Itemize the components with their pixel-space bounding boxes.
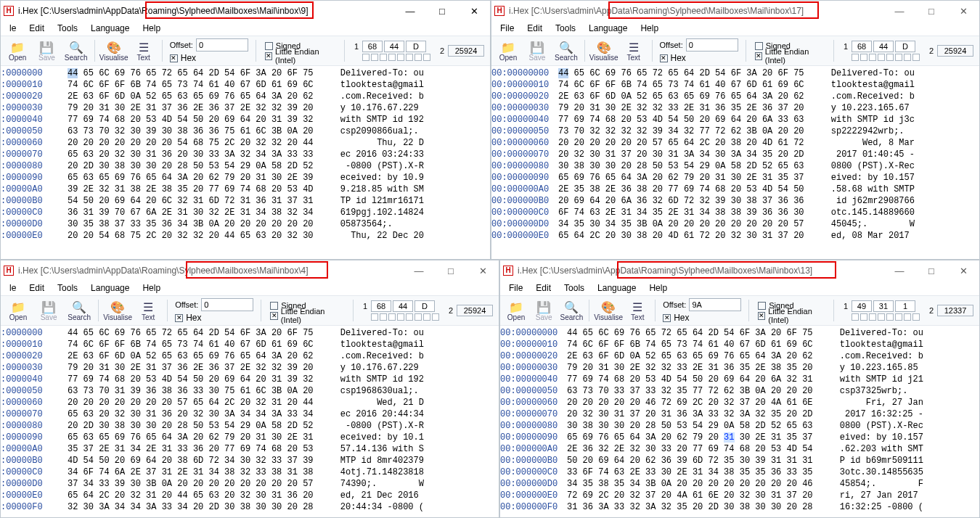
maximize-button[interactable]: □ [426, 1, 458, 21]
search-button[interactable]: 🔍Search [65, 297, 94, 324]
hex-view[interactable]: :0000000 44 65 6C 69 76 65 72 65 64 2D 5… [1, 326, 499, 517]
menu-file[interactable]: File [494, 22, 520, 35]
search-button[interactable]: 🔍Search [552, 37, 580, 65]
visualise-icon: 🎨 [597, 41, 611, 54]
le-checkbox[interactable]: ✕ [755, 52, 762, 60]
offset-input[interactable] [689, 298, 741, 311]
maximize-button[interactable]: □ [915, 260, 947, 281]
open-button[interactable]: 📁Open [4, 297, 33, 324]
hex-checkbox[interactable]: ✕ [175, 314, 183, 322]
hex-checkbox[interactable]: ✕ [170, 54, 178, 62]
signed-checkbox[interactable] [758, 302, 766, 310]
offset-input[interactable] [686, 38, 738, 52]
menu-edit[interactable]: Edit [530, 281, 557, 295]
ascii-col: eived: by 10.157 [840, 432, 923, 443]
close-button[interactable]: ✕ [467, 260, 499, 281]
titlebar[interactable]: Hi.Hex [C:\Users\admin\AppData\Roaming\S… [491, 1, 979, 21]
menu-file[interactable]: le [4, 22, 22, 35]
open-button[interactable]: 📁Open [494, 37, 522, 65]
search-button[interactable]: 🔍Search [62, 37, 90, 65]
ascii-col: 45854;. F [840, 478, 923, 490]
save-icon: 💾 [530, 41, 544, 54]
titlebar[interactable]: Hi.Hex [C:\Users\admin\AppData\Roaming\S… [1, 260, 499, 281]
hex-view[interactable]: :0000000 44 65 6C 69 76 65 72 65 64 2D 5… [1, 66, 490, 259]
menu-tools[interactable]: Tools [52, 22, 83, 35]
signed-checkbox[interactable] [265, 42, 273, 50]
signed-checkbox[interactable] [270, 302, 278, 310]
byte-val-4: 25924 [448, 45, 484, 57]
close-button[interactable]: ✕ [947, 1, 979, 21]
offset-input[interactable] [201, 298, 253, 311]
text-button[interactable]: ☰Text [624, 297, 650, 324]
menu-language[interactable]: Language [583, 22, 633, 35]
menu-edit[interactable]: Edit [23, 22, 50, 35]
hex-row: :00000D0 30 35 38 37 33 35 36 34 3B 0A 2… [1, 218, 486, 230]
menu-edit[interactable]: Edit [23, 281, 50, 295]
menu-tools[interactable]: Tools [558, 281, 590, 295]
le-checkbox[interactable]: ✕ [270, 312, 278, 320]
byte-val-1: 68 [852, 41, 872, 52]
save-button: 💾Save [531, 297, 557, 324]
byte-label-2: 2 [927, 46, 936, 55]
byte-val-2: 44 [873, 41, 894, 52]
menu-help[interactable]: Help [136, 281, 166, 295]
visualise-button[interactable]: 🎨Visualise [103, 297, 132, 324]
titlebar[interactable]: Hi.Hex [C:\Users\admin\AppData\Roaming\S… [1, 1, 490, 21]
byte-label-1: 1 [841, 42, 850, 51]
search-button[interactable]: 🔍Search [558, 297, 584, 324]
menu-help[interactable]: Help [136, 22, 166, 35]
address-col: :0000010 [1, 339, 68, 350]
hex-checkbox[interactable]: ✕ [660, 54, 668, 62]
menu-language[interactable]: Language [592, 281, 642, 295]
signed-checkbox[interactable] [755, 42, 763, 50]
maximize-button[interactable]: □ [915, 1, 947, 21]
search-label: Search [560, 313, 584, 321]
address-col: :0000090 [1, 432, 68, 443]
close-button[interactable]: ✕ [458, 1, 490, 21]
text-button[interactable]: ☰Text [130, 37, 158, 65]
app-icon: H [503, 266, 513, 276]
menu-edit[interactable]: Edit [521, 22, 548, 35]
hex-row: :0000090 65 63 65 69 76 65 64 3A 20 62 7… [1, 172, 486, 184]
bit-cell [852, 313, 859, 321]
menu-help[interactable]: Help [634, 22, 664, 35]
visualise-button[interactable]: 🎨Visualise [594, 297, 623, 324]
save-button: 💾Save [34, 297, 63, 324]
open-button[interactable]: 📁Open [4, 37, 31, 65]
text-button[interactable]: ☰Text [620, 37, 648, 65]
hex-label: Hex [671, 53, 686, 63]
menu-tools[interactable]: Tools [550, 22, 581, 35]
menu-language[interactable]: Language [85, 22, 135, 35]
le-checkbox[interactable]: ✕ [758, 312, 765, 320]
hex-col: 44 65 6C 69 76 65 72 65 64 2D 54 6F 3A 2… [567, 327, 818, 339]
close-button[interactable]: ✕ [947, 260, 979, 281]
hex-view[interactable]: 00:00000000 44 65 6C 69 76 65 72 65 64 2… [491, 66, 979, 259]
titlebar[interactable]: Hi.Hex [C:\Users\admin\AppData\Roaming\S… [500, 260, 979, 281]
visualise-button[interactable]: 🎨Visualise [99, 37, 128, 65]
text-button[interactable]: ☰Text [134, 297, 163, 324]
address-col: :00000B0 [1, 195, 68, 207]
hex-checkbox[interactable]: ✕ [663, 314, 671, 322]
minimize-button[interactable]: — [394, 1, 426, 21]
hex-row: 00:00000060 20 20 20 20 20 20 57 65 64 2… [491, 137, 975, 149]
menu-file[interactable]: le [4, 281, 22, 295]
le-checkbox[interactable]: ✕ [265, 52, 272, 60]
hex-col: 63 73 70 32 30 39 30 38 36 36 75 61 6C 3… [68, 126, 319, 137]
ascii-col: 57.14.136 with S [340, 443, 424, 455]
minimize-button[interactable]: — [883, 260, 915, 281]
hex-label: Hex [186, 313, 201, 323]
menu-tools[interactable]: Tools [52, 281, 83, 295]
minimize-button[interactable]: — [403, 260, 435, 281]
minimize-button[interactable]: — [883, 1, 915, 21]
offset-input[interactable] [196, 38, 248, 52]
menu-file[interactable]: File [503, 281, 528, 295]
visualise-button[interactable]: 🎨Visualise [589, 37, 618, 65]
address-col: 00:000000C0 [491, 207, 558, 218]
hex-view[interactable]: 00:00000000 44 65 6C 69 76 65 72 65 64 2… [500, 326, 979, 517]
menu-language[interactable]: Language [85, 281, 135, 295]
open-button[interactable]: 📁Open [503, 297, 529, 324]
hex-col: 33 6F 74 63 2E 33 30 2E 31 34 38 35 35 3… [567, 466, 818, 478]
maximize-button[interactable]: □ [435, 260, 467, 281]
menu-help[interactable]: Help [643, 281, 673, 295]
hex-col: 30 35 38 37 33 35 36 34 3B 0A 20 20 20 2… [68, 218, 319, 230]
